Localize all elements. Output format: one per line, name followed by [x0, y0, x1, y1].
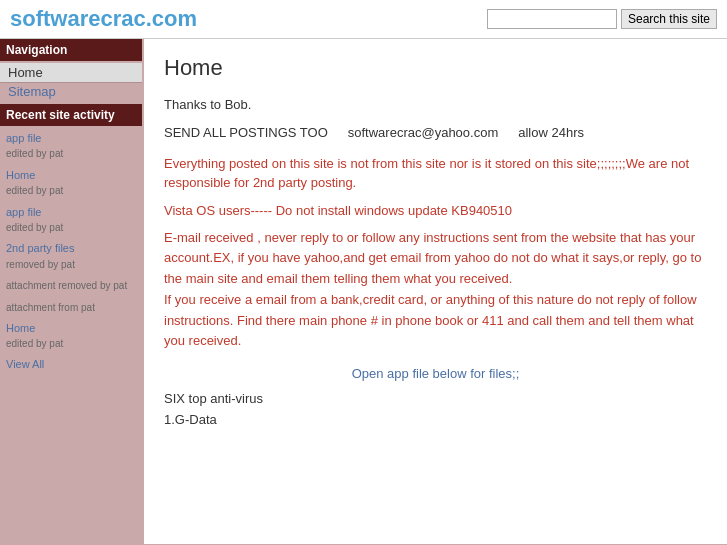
- recent-activity-section: Recent site activity app file edited by …: [0, 104, 142, 373]
- activity-meta: edited by pat: [6, 185, 63, 196]
- site-title[interactable]: softwarecrac.com: [10, 6, 197, 32]
- search-area: Search this site: [487, 9, 717, 29]
- header: softwarecrac.com Search this site: [0, 0, 727, 39]
- activity-meta: edited by pat: [6, 222, 63, 233]
- postings-email: softwarecrac@yahoo.com: [348, 125, 498, 140]
- activity-meta: attachment removed by pat: [6, 280, 127, 291]
- activity-meta: attachment from pat: [6, 302, 95, 313]
- activity-meta: edited by pat: [6, 338, 63, 349]
- activity-item: 2nd party files removed by pat: [0, 238, 142, 275]
- activity-item: app file edited by pat: [0, 128, 142, 165]
- six-antivirus-text: SIX top anti-virus: [164, 391, 707, 406]
- disclaimer-text: Everything posted on this site is not fr…: [164, 154, 707, 193]
- page-title: Home: [164, 55, 707, 81]
- activity-meta: edited by pat: [6, 148, 63, 159]
- sidebar-item-sitemap[interactable]: Sitemap: [0, 83, 142, 100]
- postings-line: SEND ALL POSTINGS TOO softwarecrac@yahoo…: [164, 125, 707, 140]
- activity-link-appfile1[interactable]: app file: [6, 131, 136, 146]
- sidebar: Navigation Home Sitemap Recent site acti…: [0, 39, 142, 544]
- recent-activity-header: Recent site activity: [0, 104, 142, 126]
- activity-item: Home edited by pat: [0, 318, 142, 355]
- activity-meta: removed by pat: [6, 259, 75, 270]
- vista-warning: Vista OS users----- Do not install windo…: [164, 203, 707, 218]
- open-app-link[interactable]: Open app file below for files;;: [164, 366, 707, 381]
- thanks-text: Thanks to Bob.: [164, 95, 707, 115]
- search-input[interactable]: [487, 9, 617, 29]
- gdata-label: 1.G-Data: [164, 412, 707, 427]
- view-all-link[interactable]: View All: [0, 355, 142, 373]
- activity-link-home2[interactable]: Home: [6, 321, 136, 336]
- navigation-header: Navigation: [0, 39, 142, 61]
- postings-label: SEND ALL POSTINGS TOO: [164, 125, 328, 140]
- main-content: Home Thanks to Bob. SEND ALL POSTINGS TO…: [144, 39, 727, 544]
- sidebar-item-home[interactable]: Home: [0, 63, 142, 82]
- activity-link-home1[interactable]: Home: [6, 168, 136, 183]
- activity-item: Home edited by pat: [0, 165, 142, 202]
- layout: Navigation Home Sitemap Recent site acti…: [0, 39, 727, 544]
- email-warning: E-mail received , never reply to or foll…: [164, 228, 707, 353]
- activity-link-appfile2[interactable]: app file: [6, 205, 136, 220]
- search-button[interactable]: Search this site: [621, 9, 717, 29]
- activity-item: app file edited by pat: [0, 202, 142, 239]
- activity-item: attachment removed by pat: [0, 275, 142, 296]
- postings-note: allow 24hrs: [518, 125, 584, 140]
- activity-item: attachment from pat: [0, 297, 142, 318]
- activity-link-2ndparty[interactable]: 2nd party files: [6, 241, 136, 256]
